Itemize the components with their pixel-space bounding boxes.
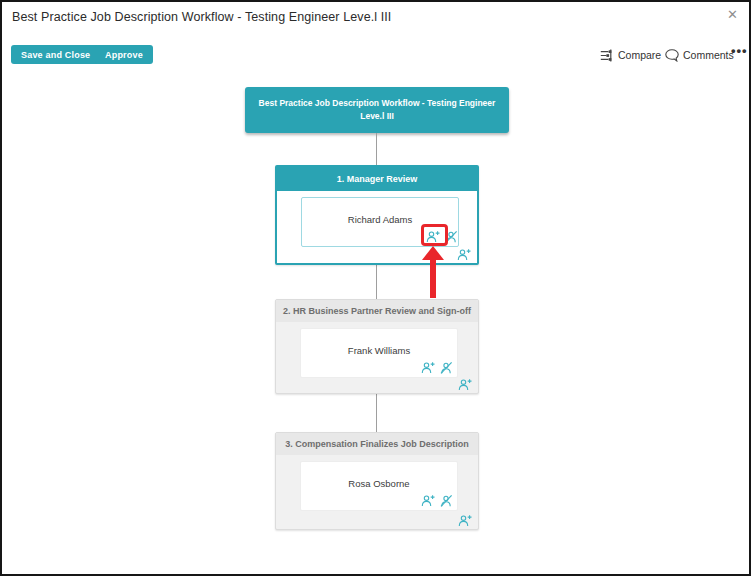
- comments-button[interactable]: Comments: [665, 47, 734, 63]
- step-2-assignee-card[interactable]: Frank Williams: [300, 328, 458, 378]
- workflow-dialog: Best Practice Job Description Workflow -…: [0, 0, 751, 576]
- connector-line: [376, 394, 377, 432]
- add-person-icon[interactable]: [457, 248, 471, 261]
- connector-line: [376, 265, 377, 299]
- red-arrow-shaft-annotation: [430, 258, 436, 298]
- compare-label: Compare: [618, 49, 661, 61]
- assignee-name: Frank Williams: [301, 345, 457, 356]
- workflow-step-2: 2. HR Business Partner Review and Sign-o…: [275, 299, 479, 394]
- comments-label: Comments: [683, 49, 734, 61]
- step-1-header: 1. Manager Review: [277, 167, 477, 191]
- save-and-close-button[interactable]: Save and Close: [11, 45, 100, 64]
- step-3-header: 3. Compensation Finalizes Job Descriptio…: [276, 433, 478, 455]
- compare-button[interactable]: Compare: [600, 47, 661, 63]
- remove-approver-icon[interactable]: [439, 361, 453, 374]
- highlight-rectangle-annotation: [421, 224, 448, 246]
- remove-approver-icon[interactable]: [439, 494, 453, 507]
- step-3-assignee-card[interactable]: Rosa Osborne: [300, 461, 458, 511]
- workflow-title-node: Best Practice Job Description Workflow -…: [245, 87, 509, 133]
- add-person-icon[interactable]: [458, 378, 472, 391]
- workflow-step-1: 1. Manager Review Richard Adams: [275, 165, 479, 265]
- more-options-icon[interactable]: •••: [731, 43, 748, 58]
- workflow-step-3: 3. Compensation Finalizes Job Descriptio…: [275, 432, 479, 530]
- add-person-icon[interactable]: [458, 514, 472, 527]
- connector-line: [376, 133, 377, 165]
- close-icon[interactable]: ✕: [727, 7, 738, 23]
- comments-icon: [665, 49, 679, 62]
- add-approver-icon[interactable]: [421, 494, 435, 507]
- compare-icon: [600, 49, 614, 62]
- approve-button[interactable]: Approve: [95, 45, 153, 64]
- add-approver-icon[interactable]: [421, 361, 435, 374]
- dialog-title: Best Practice Job Description Workflow -…: [12, 10, 391, 24]
- assignee-name: Rosa Osborne: [301, 478, 457, 489]
- step-2-header: 2. HR Business Partner Review and Sign-o…: [276, 300, 478, 322]
